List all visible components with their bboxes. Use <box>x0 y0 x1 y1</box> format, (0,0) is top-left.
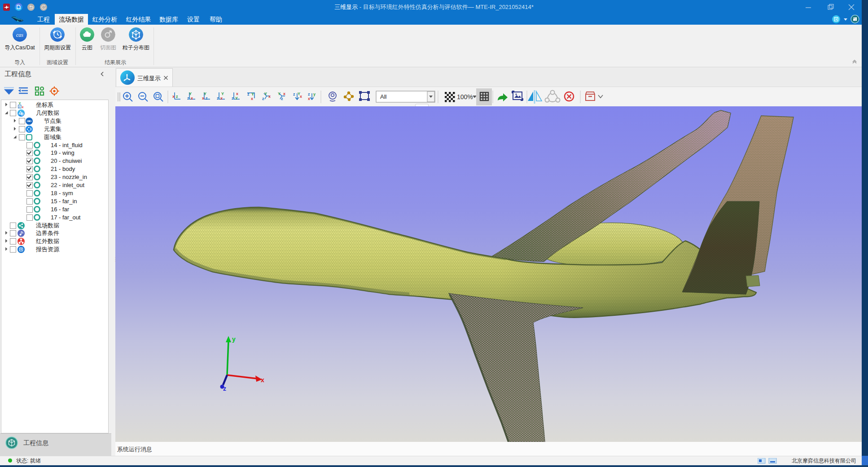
svg-text:Y: Y <box>278 92 281 96</box>
svg-text:y: y <box>232 336 236 343</box>
svg-text:Y: Y <box>189 92 192 96</box>
svg-text:All: All <box>380 93 387 100</box>
svg-text:z: z <box>206 96 208 100</box>
svg-text:x: x <box>261 376 264 384</box>
svg-text:x: x <box>191 96 193 100</box>
svg-text:cas: cas <box>16 32 23 38</box>
svg-text:z: z <box>19 105 20 108</box>
svg-text:x: x <box>236 92 238 96</box>
svg-text:z: z <box>187 96 189 100</box>
svg-text:z: z <box>262 96 264 101</box>
svg-text:x: x <box>283 92 285 96</box>
svg-text:z: z <box>247 92 250 96</box>
svg-text:x: x <box>172 94 175 99</box>
svg-text:x: x <box>202 96 204 100</box>
svg-text:z: z <box>223 385 226 392</box>
svg-text:z: z <box>281 96 283 101</box>
svg-text:z: z <box>293 92 295 96</box>
svg-text:x: x <box>308 96 310 101</box>
svg-text:Y: Y <box>251 92 254 96</box>
svg-text:x: x <box>300 94 302 99</box>
svg-text:Y: Y <box>221 92 224 96</box>
svg-text:Y: Y <box>235 96 238 100</box>
svg-text:x: x <box>251 96 253 101</box>
svg-text:z: z <box>176 94 178 99</box>
svg-text:Y: Y <box>264 92 267 96</box>
svg-text:x: x <box>268 94 271 99</box>
svg-text:x: x <box>220 96 223 100</box>
svg-text:z: z <box>217 96 219 100</box>
svg-text:x: x <box>22 105 24 109</box>
svg-text:y: y <box>313 92 316 96</box>
svg-text:Y: Y <box>204 92 206 96</box>
svg-text:z: z <box>308 92 310 96</box>
svg-text:100%: 100% <box>457 93 473 100</box>
svg-text:z: z <box>232 96 234 100</box>
